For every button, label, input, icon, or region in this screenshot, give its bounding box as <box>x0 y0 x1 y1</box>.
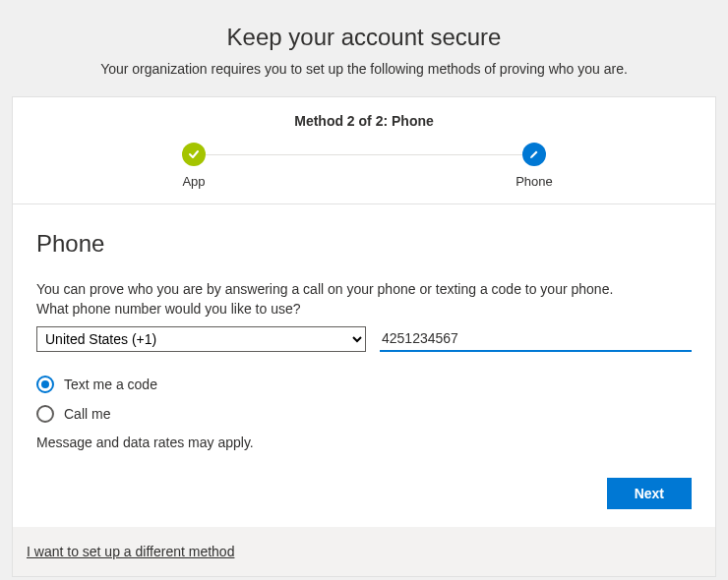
page-title: Keep your account secure <box>8 24 720 51</box>
wizard-line <box>206 154 522 155</box>
wizard-step-app-label: App <box>170 174 217 189</box>
rates-notice: Message and data rates may apply. <box>36 435 692 450</box>
radio-text-me[interactable]: Text me a code <box>36 376 692 393</box>
wizard-track: App Phone <box>182 143 546 190</box>
radio-icon <box>36 405 54 423</box>
wizard-step-app: App <box>170 143 217 189</box>
phone-controls-row: United States (+1) <box>36 326 692 352</box>
description-line-1: You can prove who you are by answering a… <box>36 281 692 297</box>
button-row: Next <box>36 478 692 509</box>
phone-number-input[interactable] <box>380 326 692 352</box>
section-title: Phone <box>36 230 692 258</box>
card-body: Phone You can prove who you are by answe… <box>13 204 715 527</box>
checkmark-icon <box>182 143 206 166</box>
setup-card: Method 2 of 2: Phone App Phone Pho <box>12 96 716 577</box>
wizard-header: Method 2 of 2: Phone App Phone <box>13 97 715 204</box>
radio-call-label: Call me <box>64 406 110 422</box>
description-line-2: What phone number would you like to use? <box>36 301 692 317</box>
wizard-method-label: Method 2 of 2: Phone <box>13 113 715 129</box>
radio-icon <box>36 376 54 393</box>
wizard-step-phone-label: Phone <box>511 174 558 189</box>
radio-text-label: Text me a code <box>64 377 157 392</box>
pencil-icon <box>522 143 546 166</box>
page-subtitle: Your organization requires you to set up… <box>8 61 720 77</box>
radio-call-me[interactable]: Call me <box>36 405 692 423</box>
wizard-step-phone: Phone <box>511 143 558 189</box>
different-method-link[interactable]: I want to set up a different method <box>27 544 234 559</box>
page-container: Keep your account secure Your organizati… <box>0 0 728 580</box>
next-button[interactable]: Next <box>607 478 692 509</box>
country-code-select[interactable]: United States (+1) <box>36 326 366 352</box>
card-footer: I want to set up a different method <box>13 527 715 576</box>
